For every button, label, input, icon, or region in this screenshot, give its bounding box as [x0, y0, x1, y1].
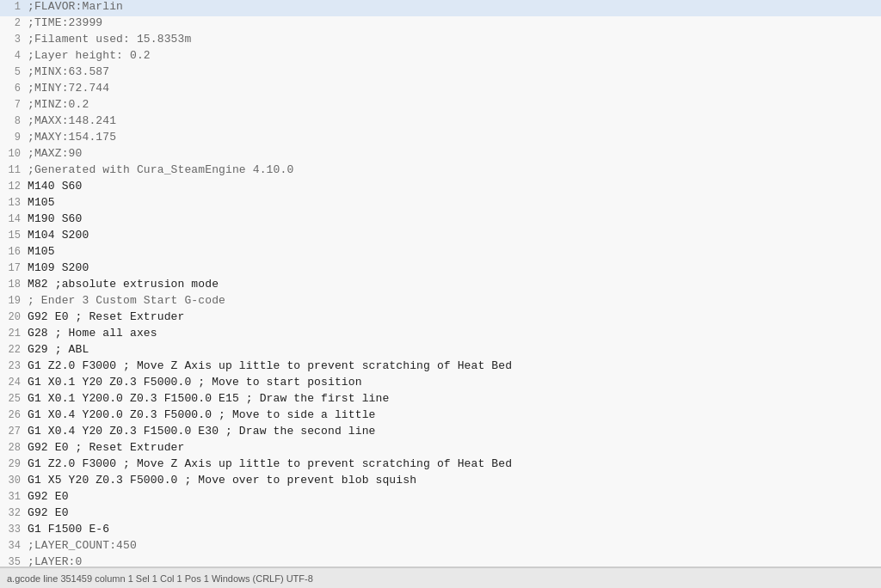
code-line[interactable]: 1;FLAVOR:Marlin — [0, 0, 881, 16]
line-number: 19 — [0, 295, 28, 307]
code-line[interactable]: 15M104 S200 — [0, 229, 881, 245]
code-line[interactable]: 8;MAXX:148.241 — [0, 114, 881, 131]
code-line[interactable]: 3;Filament used: 15.8353m — [0, 33, 881, 49]
line-content: M105 — [28, 245, 55, 258]
code-line[interactable]: 23G1 Z2.0 F3000 ; Move Z Axis up little … — [0, 359, 881, 376]
line-number: 5 — [0, 66, 28, 78]
line-content: ;TIME:23999 — [28, 16, 102, 29]
code-line[interactable]: 10;MAXZ:90 — [0, 147, 881, 163]
code-line[interactable]: 11;Generated with Cura_SteamEngine 4.10.… — [0, 163, 881, 180]
line-content: G1 Z2.0 F3000 ; Move Z Axis up little to… — [28, 359, 512, 372]
code-line[interactable]: 30G1 X5 Y20 Z0.3 F5000.0 ; Move over to … — [0, 474, 881, 490]
code-line[interactable]: 33G1 F1500 E-6 — [0, 523, 881, 539]
line-content: ;LAYER:0 — [28, 555, 82, 567]
line-content: G1 X0.4 Y200.0 Z0.3 F5000.0 ; Move to si… — [28, 408, 376, 421]
code-line[interactable]: 22G29 ; ABL — [0, 343, 881, 359]
code-area: 1;FLAVOR:Marlin2;TIME:239993;Filament us… — [0, 0, 881, 567]
line-number: 2 — [0, 17, 28, 29]
line-number: 28 — [0, 442, 28, 454]
code-line[interactable]: 13M105 — [0, 196, 881, 212]
line-content: M104 S200 — [28, 229, 89, 242]
line-content: M105 — [28, 196, 55, 209]
code-line[interactable]: 32G92 E0 — [0, 506, 881, 523]
line-content: ;Generated with Cura_SteamEngine 4.10.0 — [28, 163, 293, 176]
line-content: ;MAXX:148.241 — [28, 114, 116, 127]
status-text: a.gcode line 351459 column 1 Sel 1 Col 1… — [7, 573, 313, 584]
line-content: G92 E0 ; Reset Extruder — [28, 310, 184, 323]
line-content: ;FLAVOR:Marlin — [28, 0, 123, 13]
line-number: 31 — [0, 491, 28, 503]
line-number: 33 — [0, 524, 28, 536]
line-number: 9 — [0, 132, 28, 144]
line-content: ;MAXZ:90 — [28, 147, 82, 160]
code-line[interactable]: 34;LAYER_COUNT:450 — [0, 539, 881, 555]
line-content: ; Ender 3 Custom Start G-code — [28, 294, 225, 307]
code-line[interactable]: 28G92 E0 ; Reset Extruder — [0, 441, 881, 457]
line-content: G1 X0.4 Y20 Z0.3 F1500.0 E30 ; Draw the … — [28, 425, 376, 438]
code-line[interactable]: 9;MAXY:154.175 — [0, 131, 881, 147]
code-line[interactable]: 12M140 S60 — [0, 180, 881, 196]
code-line[interactable]: 25G1 X0.1 Y200.0 Z0.3 F1500.0 E15 ; Draw… — [0, 392, 881, 408]
line-number: 6 — [0, 83, 28, 95]
line-content: M190 S60 — [28, 212, 82, 225]
line-number: 11 — [0, 164, 28, 176]
code-line[interactable]: 24G1 X0.1 Y20 Z0.3 F5000.0 ; Move to sta… — [0, 376, 881, 392]
line-content: G1 X0.1 Y20 Z0.3 F5000.0 ; Move to start… — [28, 376, 362, 389]
line-content: ;MINZ:0.2 — [28, 98, 89, 111]
line-number: 18 — [0, 279, 28, 291]
code-line[interactable]: 14M190 S60 — [0, 212, 881, 229]
line-number: 29 — [0, 458, 28, 470]
line-number: 26 — [0, 409, 28, 421]
code-line[interactable]: 29G1 Z2.0 F3000 ; Move Z Axis up little … — [0, 457, 881, 474]
status-bar: a.gcode line 351459 column 1 Sel 1 Col 1… — [0, 567, 881, 588]
code-line[interactable]: 35;LAYER:0 — [0, 555, 881, 567]
code-line[interactable]: 2;TIME:23999 — [0, 16, 881, 33]
code-line[interactable]: 21G28 ; Home all axes — [0, 327, 881, 343]
code-line[interactable]: 20G92 E0 ; Reset Extruder — [0, 310, 881, 327]
line-number: 7 — [0, 99, 28, 111]
line-number: 21 — [0, 328, 28, 340]
code-line[interactable]: 27G1 X0.4 Y20 Z0.3 F1500.0 E30 ; Draw th… — [0, 425, 881, 441]
line-number: 24 — [0, 377, 28, 389]
line-content: G29 ; ABL — [28, 343, 89, 356]
line-number: 23 — [0, 360, 28, 372]
line-number: 14 — [0, 213, 28, 225]
line-number: 17 — [0, 262, 28, 274]
line-number: 8 — [0, 115, 28, 127]
code-line[interactable]: 16M105 — [0, 245, 881, 261]
line-number: 13 — [0, 197, 28, 209]
line-number: 3 — [0, 34, 28, 46]
code-line[interactable]: 17M109 S200 — [0, 261, 881, 278]
line-number: 10 — [0, 148, 28, 160]
line-number: 30 — [0, 475, 28, 487]
line-content: ;MINX:63.587 — [28, 65, 109, 78]
line-content: G28 ; Home all axes — [28, 327, 157, 340]
line-content: G1 Z2.0 F3000 ; Move Z Axis up little to… — [28, 457, 512, 470]
code-line[interactable]: 26G1 X0.4 Y200.0 Z0.3 F5000.0 ; Move to … — [0, 408, 881, 425]
line-content: M109 S200 — [28, 261, 89, 274]
line-number: 32 — [0, 507, 28, 519]
line-number: 16 — [0, 246, 28, 258]
line-number: 1 — [0, 1, 28, 13]
line-content: G1 X0.1 Y200.0 Z0.3 F1500.0 E15 ; Draw t… — [28, 392, 389, 405]
code-line[interactable]: 4;Layer height: 0.2 — [0, 49, 881, 65]
line-content: ;Layer height: 0.2 — [28, 49, 151, 62]
line-content: G1 X5 Y20 Z0.3 F5000.0 ; Move over to pr… — [28, 474, 416, 487]
editor-container: 1;FLAVOR:Marlin2;TIME:239993;Filament us… — [0, 0, 881, 567]
code-line[interactable]: 19; Ender 3 Custom Start G-code — [0, 294, 881, 310]
line-content: ;MINY:72.744 — [28, 82, 109, 95]
line-content: ;Filament used: 15.8353m — [28, 33, 191, 46]
code-line[interactable]: 18M82 ;absolute extrusion mode — [0, 278, 881, 294]
line-number: 34 — [0, 540, 28, 552]
line-number: 15 — [0, 230, 28, 242]
line-content: G92 E0 — [28, 490, 69, 503]
line-number: 35 — [0, 556, 28, 567]
code-line[interactable]: 6;MINY:72.744 — [0, 82, 881, 98]
code-line[interactable]: 31G92 E0 — [0, 490, 881, 506]
line-number: 25 — [0, 393, 28, 405]
line-number: 20 — [0, 311, 28, 323]
code-line[interactable]: 5;MINX:63.587 — [0, 65, 881, 82]
line-content: ;LAYER_COUNT:450 — [28, 539, 137, 552]
code-line[interactable]: 7;MINZ:0.2 — [0, 98, 881, 114]
line-content: M140 S60 — [28, 180, 82, 193]
